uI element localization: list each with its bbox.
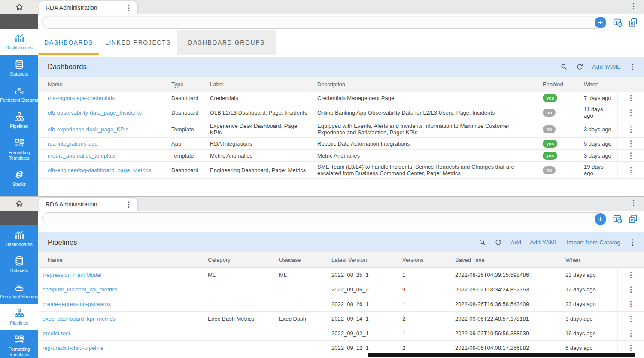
grid-clock-icon[interactable]	[613, 18, 623, 27]
dashboard-row: metric_anomalies_template Template Metri…	[38, 150, 644, 162]
tab-dashboards[interactable]: DASHBOARDS	[38, 30, 99, 55]
add-button[interactable]: +	[595, 17, 606, 28]
row-menu-icon[interactable]: ⋮	[627, 125, 635, 133]
pipeline-name-link[interactable]: Regression Train Model	[43, 272, 101, 278]
omni-search-input[interactable]: +	[42, 212, 607, 225]
col-enabled: Enabled	[538, 77, 580, 92]
add-yaml-link[interactable]: Add YAML	[592, 64, 620, 70]
app-window-bottom: Dashbooards Datasets Persistent Streams …	[0, 197, 644, 358]
import-from-catalog-link[interactable]: Import from Catalog	[567, 239, 620, 246]
sidebar-item-datasets[interactable]: Datasets	[0, 252, 38, 278]
dashboard-name-link[interactable]: olb-experience-desk_page_KPIs	[48, 126, 128, 133]
cell-name: rda-integrations-app	[38, 138, 167, 150]
dashboards-table: Name Type Label Description Enabled When	[38, 77, 644, 179]
refresh-icon[interactable]	[495, 239, 502, 246]
refresh-icon[interactable]	[576, 63, 583, 70]
sidebar-item-label: Stacks	[12, 182, 26, 187]
cell-versions: 1	[398, 268, 451, 282]
sidebar-item-persistent-streams[interactable]: Persistent Streams	[0, 278, 38, 304]
row-menu-icon[interactable]: ⋮	[627, 315, 635, 323]
panel-menu-icon[interactable]: ⋮	[630, 199, 637, 206]
sidebar-item-label: Formatting Templates	[8, 150, 30, 161]
sidebar: Dashbooards Datasets Persistent Streams …	[0, 0, 38, 197]
dashboard-name-link[interactable]: olb-observability-data_page_Incidents	[48, 109, 142, 116]
sidebar-item-formatting-templates[interactable]: Formatting Templates	[0, 330, 38, 358]
pipeline-name-link[interactable]: reg-predict-child-pipeline	[43, 345, 103, 351]
row-menu-icon[interactable]: ⋮	[627, 166, 635, 174]
row-menu-icon[interactable]: ⋮	[627, 94, 635, 102]
sidebar-item-label: Datasets	[10, 71, 28, 77]
bar-chart-icon	[14, 229, 25, 240]
omni-search-input[interactable]: +	[42, 16, 607, 29]
row-menu-icon[interactable]: ⋮	[627, 271, 635, 279]
sidebar-item-pipelines[interactable]: Pipelines	[0, 304, 38, 330]
enabled-badge: yes	[543, 94, 557, 102]
sidebar-item-pipelines[interactable]: Pipelines	[0, 107, 38, 133]
panel-menu-icon[interactable]: ⋮	[630, 3, 637, 10]
stream-device-icon	[14, 85, 25, 96]
cell-description: Robotic Data Automation Integrations	[313, 138, 538, 150]
sidebar-item-persistent-streams[interactable]: Persistent Streams	[0, 81, 38, 107]
dashboard-name-link[interactable]: metric_anomalies_template	[48, 152, 116, 159]
cell-name: olb-observability-data_page_Incidents	[38, 104, 167, 121]
add-link[interactable]: Add	[510, 239, 521, 246]
window-tab-menu-icon[interactable]: ⋮	[125, 4, 132, 12]
sidebar-item-stacks[interactable]: Stacks	[0, 165, 38, 191]
pipeline-name-link[interactable]: exec_dashboard_kpi_metrics	[43, 316, 115, 322]
tab-dashboard-groups[interactable]: DASHBOARD GROUPS	[177, 30, 276, 55]
window-tab[interactable]: RDA Administration ⋮	[39, 198, 137, 211]
sidebar-item-dashboards[interactable]: Dashbooards	[0, 225, 38, 252]
card-menu-icon[interactable]: ⋮	[629, 239, 636, 246]
row-menu-icon[interactable]: ⋮	[627, 300, 635, 308]
copy-pages-icon[interactable]	[628, 18, 638, 27]
cell-enabled: yes	[538, 92, 580, 104]
section-tabs: DASHBOARDS LINKED PROJECTS DASHBOARD GRO…	[38, 30, 644, 55]
cell-name: reg-predict-child-pipeline	[38, 341, 204, 355]
row-menu-icon[interactable]: ⋮	[627, 152, 635, 160]
tab-linked-projects[interactable]: LINKED PROJECTS	[99, 30, 177, 55]
pipeline-name-link[interactable]: compute_incident_kpi_metrics	[43, 286, 118, 293]
dashboard-name-link[interactable]: rda-mgmt-page-credentials	[48, 95, 115, 101]
cell-type: Template	[167, 150, 206, 162]
sidebar-item-dashboards[interactable]: Dashbooards	[0, 29, 38, 55]
cell-when: 16 days ago	[561, 326, 617, 341]
shelf-grid-icon	[14, 137, 25, 149]
row-menu-icon[interactable]: ⋮	[627, 285, 635, 294]
sidebar-item-datasets[interactable]: Datasets	[0, 55, 38, 81]
window-tab[interactable]: RDA Administration ⋮	[39, 1, 137, 14]
window-tab-menu-icon[interactable]: ⋮	[125, 201, 132, 208]
pipeline-name-link[interactable]: predict-test	[43, 330, 70, 337]
card-menu-icon[interactable]: ⋮	[629, 63, 636, 70]
home-button[interactable]	[0, 0, 38, 14]
enabled-badge: no	[543, 166, 556, 174]
col-category: Category	[204, 252, 275, 268]
shelf-grid-icon	[14, 334, 25, 345]
card-title: Pipelines	[48, 238, 77, 246]
add-button[interactable]: +	[595, 213, 606, 225]
sidebar-item-formatting-templates[interactable]: Formatting Templates	[0, 133, 38, 165]
cell-name: rda-mgmt-page-credentials	[38, 92, 167, 104]
database-icon	[14, 255, 25, 267]
cell-saved-time: 2022-09-06T22:48:57.178181	[451, 312, 561, 326]
dashboard-name-link[interactable]: olb-engineering-dashboard_page_Metrics	[48, 167, 151, 173]
copy-pages-icon[interactable]	[628, 214, 638, 224]
pipeline-blocks-icon	[14, 308, 25, 319]
cell-when: 7 days ago	[580, 92, 617, 104]
sidebar-item-label: Formatting Templates	[8, 346, 30, 358]
table-header-row: Name Type Label Description Enabled When	[38, 77, 644, 92]
pipeline-row: compute_incident_kpi_metrics 2022_09_06_…	[38, 282, 644, 297]
card-actions: Add Add YAML Import from Catalog ⋮	[479, 239, 636, 246]
row-menu-icon[interactable]: ⋮	[627, 109, 635, 117]
enabled-badge: no	[543, 109, 556, 117]
add-yaml-link[interactable]: Add YAML	[530, 239, 558, 246]
search-icon[interactable]	[560, 63, 568, 70]
row-menu-icon[interactable]: ⋮	[627, 329, 635, 337]
search-icon[interactable]	[479, 239, 486, 246]
home-button[interactable]	[0, 197, 38, 211]
pipeline-name-link[interactable]: create-regression-pstreams	[43, 301, 111, 307]
row-menu-icon[interactable]: ⋮	[627, 344, 635, 352]
row-menu-icon[interactable]: ⋮	[627, 140, 635, 148]
dashboard-name-link[interactable]: rda-integrations-app	[48, 140, 97, 147]
grid-clock-icon[interactable]	[613, 214, 623, 224]
cell-category	[204, 326, 275, 341]
